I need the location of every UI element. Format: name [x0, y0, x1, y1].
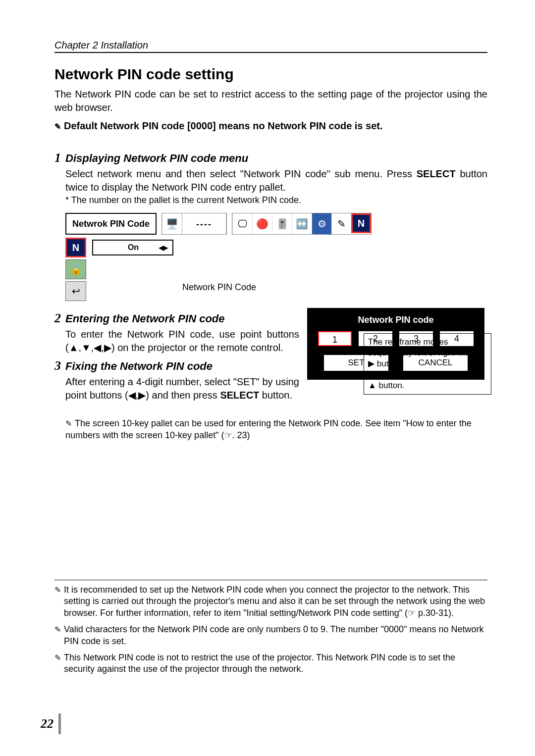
step-1-body: Select network menu and then select "Net… [65, 167, 487, 206]
pencil-icon: ✎ [54, 653, 61, 675]
menu-icon-color: 🔴 [252, 213, 272, 234]
menu-bar-label: Netwrok PIN Code [66, 219, 156, 229]
submenu-screenshot: N 🔒 ↩ On ◀▶ Network PIN Code [65, 238, 487, 301]
menu-icon-wired: ✎ [331, 213, 351, 234]
step-3-title: Fixing the Network PIN code [65, 360, 213, 373]
submenu-caption: Network PIN Code [182, 282, 256, 293]
menu-icon-adjust: 🎚️ [272, 213, 292, 234]
left-right-arrows-icon: ◀▶ [159, 244, 167, 252]
step-2-body: To enter the Network PIN code, use point… [65, 328, 299, 354]
step-3-body: After entering a 4-digit number, select … [65, 375, 299, 402]
pin-dialog-title: Network PIN code [314, 315, 478, 325]
step-1-title: Displaying Network PIN code menu [65, 152, 248, 165]
footnote-3: ✎ This Network PIN code is not to restri… [54, 652, 487, 675]
submenu-icon-pin: 🔒 [65, 259, 86, 279]
menu-bar-screenshot: Netwrok PIN Code 🖥️ ---- 🖵 🔴 🎚️ ↔️ ⚙ ✎ N [65, 213, 487, 235]
on-selector: On ◀▶ [92, 240, 173, 255]
pencil-icon: ✎ [54, 585, 61, 619]
pencil-icon: ✎ [54, 122, 61, 131]
intro-text: The Network PIN code can be set to restr… [54, 88, 487, 114]
footnote-2: ✎ Valid characters for the Network PIN c… [54, 624, 487, 647]
step-1-number: 1 [54, 151, 65, 165]
menu-icon-setting: ⚙ [312, 213, 331, 234]
pencil-icon: ✎ [54, 625, 61, 647]
page-title: Network PIN code setting [54, 66, 487, 83]
step-1-note: * The number on the pallet is the curren… [65, 194, 487, 206]
pencil-icon: ✎ [65, 419, 72, 428]
pin-digit-1: 1 [318, 331, 352, 346]
menu-icon-network-selected: N [351, 213, 371, 233]
menu-icon-input: 🖵 [232, 213, 252, 234]
default-pin-note: ✎Default Network PIN code [0000] means n… [54, 120, 487, 132]
submenu-icon-network: N [65, 238, 86, 257]
footer-separator [54, 580, 487, 580]
menu-icon-screen: ↔️ [292, 213, 312, 234]
redframe-note-box: The red frame moves sequentially left or… [364, 333, 491, 395]
step-2-title: Entering the Network PIN code [65, 312, 225, 325]
ten-key-note: ✎The screen 10-key pallet can be used fo… [65, 418, 487, 441]
step-2-number: 2 [54, 311, 65, 326]
footnote-1: ✎ It is recommended to set up the Networ… [54, 584, 487, 619]
pin-dashes: ---- [182, 213, 226, 235]
step-3-number: 3 [54, 358, 65, 373]
chapter-header: Chapter 2 Installation [54, 40, 487, 53]
menu-icon-1: 🖥️ [162, 213, 182, 234]
page-number: 22 [41, 713, 61, 734]
submenu-icon-back: ↩ [65, 281, 86, 301]
